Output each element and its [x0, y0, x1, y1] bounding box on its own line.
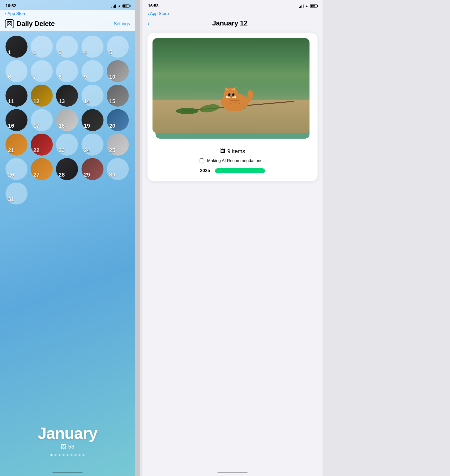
page-dot-5[interactable] [70, 454, 72, 456]
day-number-31: 31 [8, 196, 14, 203]
day-number-9: 9 [84, 74, 87, 80]
page-dot-4[interactable] [66, 454, 68, 456]
day-number-20: 20 [109, 123, 115, 129]
right-app-store-label: App Store [150, 11, 169, 16]
year-row: 2025 [148, 168, 318, 173]
svg-line-13 [226, 97, 230, 98]
day-circle-6[interactable]: 6 [6, 60, 28, 82]
day-number-27: 27 [33, 172, 39, 178]
photo-stack-front[interactable] [152, 38, 310, 133]
photo-count: 53 [68, 444, 74, 450]
day-number-10: 10 [109, 74, 115, 80]
day-circle-3[interactable]: 3 [56, 36, 78, 58]
ai-row: Making AI Recommendations... [148, 158, 318, 164]
day-circle-12[interactable]: 12 [31, 85, 53, 107]
right-status-bar: 16:53 ▲ 38 [142, 0, 322, 10]
day-number-18: 18 [58, 123, 64, 129]
right-home-indicator [218, 472, 248, 473]
day-circle-16[interactable]: 16 [6, 109, 28, 131]
day-circle-10[interactable]: 10 [107, 60, 129, 82]
day-circle-11[interactable]: 11 [6, 85, 28, 107]
page-dot-6[interactable] [74, 454, 76, 456]
month-label: January [38, 424, 97, 443]
right-battery-icon: 38 [310, 4, 317, 8]
page-dot-3[interactable] [62, 454, 64, 456]
day-circle-27[interactable]: 27 [31, 158, 53, 180]
day-circle-17[interactable]: 17 [31, 109, 53, 131]
detail-back-button[interactable]: ‹ [148, 20, 150, 26]
page-dot-7[interactable] [78, 454, 80, 456]
day-circle-7[interactable]: 7 [31, 60, 53, 82]
svg-line-15 [232, 97, 236, 98]
day-circle-2[interactable]: 2 [31, 36, 53, 58]
items-row: 🖼 9 items [148, 148, 318, 155]
right-status-icons: ▲ 38 [299, 4, 317, 8]
page-dot-1[interactable] [54, 454, 56, 456]
day-circle-18[interactable]: 18 [56, 109, 78, 131]
day-circle-8[interactable]: 8 [56, 60, 78, 82]
day-circle-4[interactable]: 4 [82, 36, 104, 58]
right-wifi-icon: ▲ [305, 4, 308, 8]
day-circle-1[interactable]: 1 [6, 36, 28, 58]
page-dots [50, 454, 84, 456]
svg-point-11 [230, 96, 232, 97]
day-number-26: 26 [8, 172, 14, 178]
day-circle-24[interactable]: 24 [82, 134, 104, 156]
day-circle-22[interactable]: 22 [31, 134, 53, 156]
settings-button[interactable]: Settings [114, 21, 130, 26]
items-photo-icon: 🖼 [220, 148, 226, 155]
day-number-16: 16 [8, 123, 14, 129]
right-app-store-back[interactable]: ‹ App Store [148, 11, 169, 16]
day-circle-30[interactable]: 30 [107, 158, 129, 180]
right-nav-bar: ‹ App Store [142, 10, 322, 18]
calendar-area: 1234567891011121314151617181920212223242… [0, 31, 135, 205]
day-circle-13[interactable]: 13 [56, 85, 78, 107]
app-store-label: App Store [8, 11, 26, 16]
cat-photo [152, 38, 310, 133]
left-status-icons: ▲ 38 [112, 4, 130, 8]
day-circle-23[interactable]: 23 [56, 134, 78, 156]
day-circle-9[interactable]: 9 [82, 60, 104, 82]
left-time: 16:52 [6, 3, 16, 8]
items-count: 9 items [228, 148, 245, 155]
day-circle-21[interactable]: 21 [6, 134, 28, 156]
svg-point-16 [226, 107, 232, 111]
day-number-15: 15 [109, 98, 115, 105]
right-signal-icon [299, 4, 304, 8]
svg-point-10 [232, 93, 234, 96]
day-number-21: 21 [8, 147, 14, 154]
day-circle-31[interactable]: 31 [6, 183, 28, 205]
day-circle-19[interactable]: 19 [82, 109, 104, 131]
day-circle-29[interactable]: 29 [82, 158, 104, 180]
ai-text: Making AI Recommendations... [207, 158, 266, 163]
svg-point-9 [228, 93, 230, 96]
day-number-4: 4 [84, 49, 87, 56]
day-number-3: 3 [58, 49, 62, 56]
day-circle-26[interactable]: 26 [6, 158, 28, 180]
app-store-back[interactable]: ‹ App Store [5, 11, 26, 16]
loading-spinner [199, 158, 204, 164]
day-number-11: 11 [8, 98, 14, 105]
day-circle-14[interactable]: 14 [82, 85, 104, 107]
day-number-23: 23 [58, 147, 64, 154]
detail-title: January 12 [150, 19, 310, 27]
day-circle-20[interactable]: 20 [107, 109, 129, 131]
delete-icon [7, 21, 12, 26]
day-circle-25[interactable]: 25 [107, 134, 129, 156]
background-fill [322, 0, 450, 476]
page-dot-0[interactable] [50, 454, 52, 456]
wifi-icon: ▲ [118, 4, 121, 8]
day-number-14: 14 [84, 98, 90, 105]
day-circle-28[interactable]: 28 [56, 158, 78, 180]
phone-divider [135, 0, 140, 476]
battery-icon: 38 [122, 4, 130, 8]
page-dot-2[interactable] [58, 454, 60, 456]
day-number-8: 8 [58, 74, 62, 80]
day-number-12: 12 [33, 98, 39, 105]
day-circle-5[interactable]: 5 [107, 36, 129, 58]
day-number-29: 29 [84, 172, 90, 178]
back-chevron-icon: ‹ [5, 11, 6, 16]
day-circle-15[interactable]: 15 [107, 85, 129, 107]
day-number-30: 30 [109, 172, 115, 178]
page-dot-8[interactable] [82, 454, 84, 456]
